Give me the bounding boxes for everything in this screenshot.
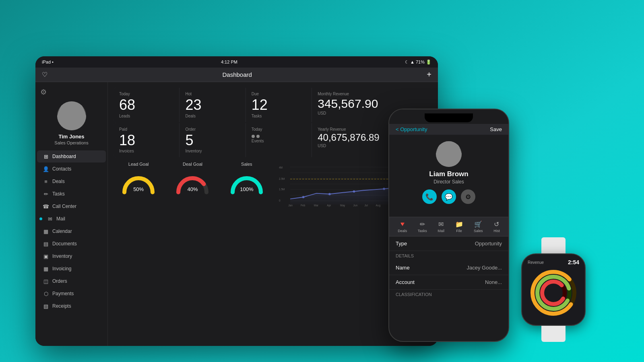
watch-body: Revenue 2:54 <box>521 253 586 326</box>
sidebar-item-call-center[interactable]: ☎ Call Center <box>37 200 106 212</box>
deals-value: 23 <box>185 97 239 113</box>
user-name: Tim Jones <box>58 134 84 140</box>
sidebar-item-invoicing[interactable]: ▦ Invoicing <box>37 263 106 275</box>
deals-icon: ≡ <box>43 178 49 185</box>
phone-tab-sales-label: Sales <box>474 229 483 233</box>
svg-point-14 <box>328 193 331 195</box>
sidebar-item-dashboard[interactable]: ⊞ Dashboard <box>37 150 106 162</box>
receipts-icon: ▧ <box>43 303 49 309</box>
mail-dot-icon <box>39 218 42 220</box>
phone-profile: Liam Brown Director Sales 📞 💬 ⚙ <box>389 135 508 217</box>
contacts-icon: 👤 <box>43 166 49 172</box>
svg-text:Jul: Jul <box>365 204 368 207</box>
stats-row-2: Paid 18 Invoices Order 5 Inventory Today… <box>114 123 432 158</box>
account-value: None... <box>485 279 502 285</box>
watch-band-top <box>541 237 566 253</box>
phone-type-row: Type Opportunity <box>389 237 508 251</box>
lead-goal-percent: 50% <box>133 186 144 192</box>
back-button[interactable]: < Opportunity <box>396 126 427 132</box>
sidebar-item-receipts[interactable]: ▧ Receipts <box>37 300 106 312</box>
sidebar-label-orders: Orders <box>52 278 67 284</box>
phone-notch-area <box>389 109 508 124</box>
payments-icon: ⬡ <box>43 290 49 297</box>
contact-settings-button[interactable]: ⚙ <box>461 189 475 204</box>
phone-details-header: DETAILS <box>389 251 508 261</box>
tasks-icon: ✏ <box>43 191 49 197</box>
sidebar-label-contacts: Contacts <box>52 166 71 172</box>
phone-sales-icon: 🛒 <box>474 220 482 228</box>
sidebar-item-calendar[interactable]: ▦ Calendar <box>37 225 106 237</box>
svg-text:May: May <box>340 204 345 208</box>
user-role: Sales Operations <box>54 140 88 145</box>
lead-goal-svg <box>120 165 157 201</box>
sidebar-item-documents[interactable]: ▤ Documents <box>37 238 106 250</box>
phone-tab-sales[interactable]: 🛒 Sales <box>474 220 483 233</box>
orders-icon: ◫ <box>43 278 49 284</box>
svg-point-34 <box>542 282 565 304</box>
deals-sublabel: Deals <box>185 114 239 118</box>
phone-tab-hist[interactable]: ↺ Hist <box>493 220 500 233</box>
call-button[interactable]: 📞 <box>422 189 437 204</box>
sidebar-label-deals: Deals <box>52 179 65 184</box>
sidebar-item-tasks[interactable]: ✏ Tasks <box>37 188 106 200</box>
gear-icon: ⚙ <box>40 88 47 96</box>
svg-text:Jun: Jun <box>353 204 358 207</box>
status-time: 4:12 PM <box>221 60 237 64</box>
account-label: Account <box>396 279 415 285</box>
sidebar-label-receipts: Receipts <box>52 303 71 309</box>
sidebar-settings[interactable]: ⚙ <box>35 86 107 98</box>
svg-text:2.5M: 2.5M <box>279 177 285 180</box>
inventory-sublabel: Inventory <box>185 149 239 153</box>
invoices-label: Paid <box>119 127 173 132</box>
dot-2 <box>256 135 260 138</box>
sidebar-item-contacts[interactable]: 👤 Contacts <box>37 163 106 175</box>
add-icon[interactable]: + <box>427 70 431 79</box>
watch-container: Revenue 2:54 <box>521 237 586 342</box>
dashboard-icon: ⊞ <box>43 153 49 160</box>
phone-contact-title: Director Sales <box>433 179 464 185</box>
phone-name-row: Name Jacey Goode... <box>389 261 508 275</box>
phone-tab-file-label: File <box>456 229 462 233</box>
deal-goal-svg <box>174 165 211 201</box>
phone-tab-deals-label: Deals <box>398 229 407 233</box>
phone-tab-mail-label: Mail <box>438 229 444 233</box>
watch-header: Revenue 2:54 <box>528 259 579 265</box>
watch-band-bottom <box>541 326 566 342</box>
svg-point-13 <box>302 196 305 198</box>
status-left: iPad • <box>42 60 54 64</box>
deal-goal-percent: 40% <box>187 186 198 192</box>
phone-mail-icon: ✉ <box>438 220 444 228</box>
type-value: Opportunity <box>475 241 502 247</box>
svg-text:Feb: Feb <box>301 204 305 207</box>
svg-text:Mar: Mar <box>314 204 319 207</box>
deals-label: Hot <box>185 92 239 96</box>
phone-tab-tasks[interactable]: ✏ Tasks <box>418 220 427 233</box>
sidebar-item-orders[interactable]: ◫ Orders <box>37 275 106 287</box>
phone-tab-deals[interactable]: 🔻 Deals <box>398 220 407 233</box>
svg-text:Jan: Jan <box>288 204 293 207</box>
tablet-body: ⚙ Tim Jones Sales Operations ⊞ Dashboard… <box>35 82 438 346</box>
svg-text:Aug: Aug <box>376 204 381 208</box>
phone-tab-tasks-label: Tasks <box>418 229 427 233</box>
deal-goal-gauge: 40% <box>174 169 211 192</box>
phone-tab-mail[interactable]: ✉ Mail <box>438 220 444 233</box>
sidebar-item-payments[interactable]: ⬡ Payments <box>37 288 106 300</box>
sidebar-label-payments: Payments <box>52 291 74 296</box>
sidebar-item-inventory[interactable]: ▣ Inventory <box>37 250 106 262</box>
watch-revenue-label: Revenue <box>528 260 544 265</box>
save-button[interactable]: Save <box>490 126 502 132</box>
sidebar-label-calendar: Calendar <box>52 228 72 234</box>
sidebar-item-deals[interactable]: ≡ Deals <box>37 175 106 187</box>
inventory-label: Order <box>185 127 239 132</box>
lead-goal-gauge: 50% <box>120 169 157 192</box>
stat-card-inventory: Order 5 Inventory <box>180 123 245 158</box>
watch-screen: Revenue 2:54 <box>522 254 585 322</box>
svg-text:4M: 4M <box>279 166 283 169</box>
leads-label: Today <box>119 92 173 96</box>
message-button[interactable]: 💬 <box>442 189 456 204</box>
sales-svg <box>229 165 265 201</box>
phone-tab-file[interactable]: 📁 File <box>455 220 463 233</box>
phone-action-row: 📞 💬 ⚙ <box>422 189 475 204</box>
sidebar-item-mail[interactable]: ✉ Mail <box>37 213 106 225</box>
watch-ring-chart <box>528 269 579 317</box>
